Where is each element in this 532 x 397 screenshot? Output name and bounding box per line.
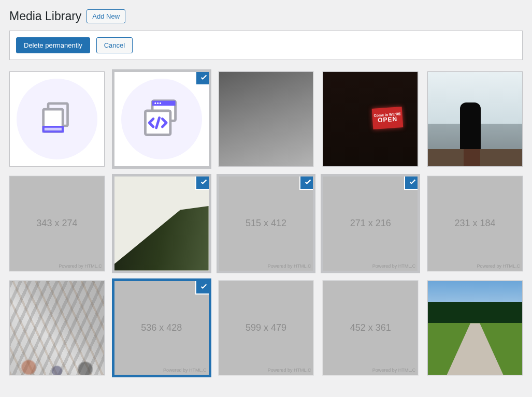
placeholder-watermark: Powered by HTML.C bbox=[268, 367, 311, 373]
media-tile[interactable] bbox=[219, 71, 314, 167]
storefront-photo: Come in WE'RE OPEN bbox=[323, 72, 418, 166]
selected-check-icon[interactable] bbox=[300, 176, 313, 189]
code-window-icon bbox=[114, 72, 209, 166]
placeholder-dimensions: 231 x 184 bbox=[455, 218, 496, 229]
open-sign: Come in WE'RE OPEN bbox=[372, 107, 404, 129]
selected-check-icon[interactable] bbox=[196, 281, 209, 293]
delete-permanently-button[interactable]: Delete permanently bbox=[16, 37, 90, 53]
media-tile[interactable] bbox=[427, 281, 523, 376]
page-heading-row: Media Library Add New bbox=[9, 9, 523, 23]
media-grid: Come in WE'RE OPEN 343 x 274 Powered by … bbox=[9, 71, 523, 375]
media-tile[interactable] bbox=[9, 281, 105, 376]
cancel-button[interactable]: Cancel bbox=[96, 37, 133, 53]
placeholder-dimensions: 536 x 428 bbox=[141, 322, 182, 333]
placeholder-thumbnail: 231 x 184 Powered by HTML.C bbox=[428, 177, 522, 271]
placeholder-dimensions: 343 x 274 bbox=[36, 218, 77, 229]
placeholder-thumbnail: 599 x 479 Powered by HTML.C bbox=[219, 281, 313, 375]
selected-check-icon[interactable] bbox=[405, 176, 418, 189]
placeholder-watermark: Powered by HTML.C bbox=[59, 263, 102, 269]
placeholder-thumbnail: 536 x 428 Powered by HTML.C bbox=[114, 281, 209, 375]
svg-point-8 bbox=[160, 102, 161, 104]
media-tile[interactable] bbox=[427, 71, 523, 167]
media-tile[interactable] bbox=[114, 71, 209, 167]
placeholder-dimensions: 271 x 216 bbox=[350, 218, 391, 229]
page-title: Media Library bbox=[9, 9, 81, 23]
placeholder-watermark: Powered by HTML.C bbox=[372, 263, 416, 269]
media-tile[interactable] bbox=[9, 71, 105, 167]
placeholder-watermark: Powered by HTML.C bbox=[372, 367, 416, 373]
document-stack-icon bbox=[10, 72, 104, 166]
placeholder-thumbnail: 452 x 361 Powered by HTML.C bbox=[323, 281, 418, 375]
gradient-thumbnail bbox=[219, 72, 313, 166]
hillside-photo bbox=[114, 177, 209, 271]
selected-check-icon[interactable] bbox=[196, 176, 209, 189]
media-tile[interactable]: 452 x 361 Powered by HTML.C bbox=[323, 281, 418, 376]
placeholder-thumbnail: 271 x 216 Powered by HTML.C bbox=[323, 177, 418, 271]
placeholder-watermark: Powered by HTML.C bbox=[477, 263, 520, 269]
lake-silhouette-photo bbox=[428, 72, 522, 166]
placeholder-watermark: Powered by HTML.C bbox=[268, 263, 311, 269]
placeholder-dimensions: 452 x 361 bbox=[350, 322, 391, 333]
media-tile[interactable]: Come in WE'RE OPEN bbox=[323, 71, 418, 167]
mall-crowd-photo bbox=[10, 281, 104, 375]
media-tile[interactable]: 343 x 274 Powered by HTML.C bbox=[9, 176, 105, 271]
placeholder-dimensions: 515 x 412 bbox=[246, 218, 286, 229]
placeholder-thumbnail: 515 x 412 Powered by HTML.C bbox=[219, 177, 313, 271]
media-tile[interactable]: 231 x 184 Powered by HTML.C bbox=[427, 176, 523, 271]
media-tile[interactable]: 599 x 479 Powered by HTML.C bbox=[219, 281, 314, 376]
bulk-action-bar: Delete permanently Cancel bbox=[9, 31, 523, 60]
svg-point-7 bbox=[157, 102, 159, 104]
media-tile[interactable]: 536 x 428 Powered by HTML.C bbox=[114, 281, 209, 376]
placeholder-dimensions: 599 x 479 bbox=[246, 322, 286, 333]
media-tile[interactable]: 515 x 412 Powered by HTML.C bbox=[219, 176, 314, 271]
add-new-button[interactable]: Add New bbox=[87, 9, 125, 23]
media-tile[interactable]: 271 x 216 Powered by HTML.C bbox=[323, 176, 418, 271]
svg-point-6 bbox=[154, 102, 156, 104]
selected-check-icon[interactable] bbox=[196, 71, 209, 84]
placeholder-watermark: Powered by HTML.C bbox=[163, 367, 207, 373]
media-tile[interactable] bbox=[114, 176, 209, 271]
placeholder-thumbnail: 343 x 274 Powered by HTML.C bbox=[10, 177, 104, 271]
park-path-photo bbox=[428, 281, 522, 375]
